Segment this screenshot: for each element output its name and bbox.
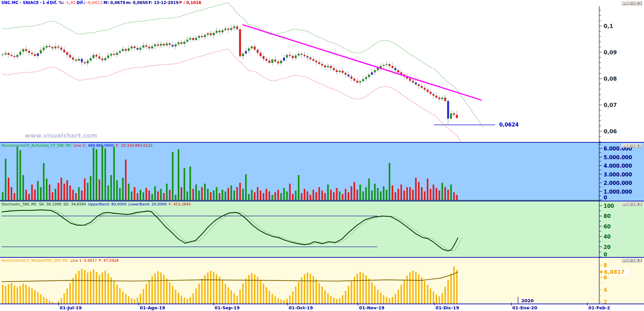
maximize-button[interactable]: □ bbox=[629, 202, 635, 206]
upper-envelope-line bbox=[3, 3, 483, 128]
price-axis-label: 0,1 bbox=[604, 23, 613, 29]
minimize-button[interactable]: ─ bbox=[622, 258, 628, 262]
close-button[interactable]: ✕ bbox=[635, 144, 642, 147]
close-button[interactable]: ✕ bbox=[635, 202, 642, 206]
year-label: 2020 bbox=[521, 298, 534, 303]
close-button[interactable]: ✕ bbox=[635, 258, 642, 262]
atr-header-segment: HerramientaCP_MediaATR5_SNC.MC bbox=[1, 258, 68, 263]
stochastic-panel-plot[interactable]: 100806040200 bbox=[0, 201, 644, 258]
atr-header-segment: P: 47,5928 bbox=[98, 258, 119, 263]
volume-panel-header: HerramientoCP_Actividad_CP_SNC.MC Line 2… bbox=[1, 143, 154, 148]
volume-header-segment: Line 2: bbox=[72, 143, 87, 148]
atr-panel-window-controls: ─□✕ bbox=[621, 258, 642, 262]
date-label: 01-Ago-19 bbox=[140, 305, 165, 310]
maximize-button[interactable]: □ bbox=[629, 1, 635, 5]
symbol-info-segment: M: 0,0679 bbox=[103, 0, 125, 5]
stochastic-panel-header: Stochastic_SNC.MC SK: 38,1990 SD: 34,656… bbox=[1, 202, 192, 207]
maximize-button[interactable]: □ bbox=[629, 258, 635, 262]
volume-panel-plot[interactable]: 6.000.0005.000.0004.000.0003.000.0002.00… bbox=[0, 142, 644, 201]
visualchart-window: SNC.MC - SNIACE -1 dDif. %:-1,81Dif.:-0,… bbox=[0, 0, 644, 311]
stoch-axis-label: 60 bbox=[604, 224, 611, 230]
date-label: 01-Ene-20 bbox=[512, 305, 537, 310]
stoch-header-segment: UpperBand: 80,0000 bbox=[87, 202, 127, 206]
atr-axis-label: 8 bbox=[604, 262, 607, 268]
volume-axis-label: 1.000.000 bbox=[604, 189, 632, 195]
price-chart-plot[interactable]: 0,10,090,080,070,06 bbox=[0, 5, 644, 143]
atr-axis-label: 4 bbox=[604, 287, 607, 293]
volume-panel-window-controls: ─□✕ bbox=[621, 143, 642, 148]
symbol-info-segment: m: 0,0650 bbox=[126, 0, 148, 5]
price-panel-window-controls: ─□✕ bbox=[621, 1, 642, 5]
stoch-axis-label: 0 bbox=[604, 252, 607, 258]
volume-axis-label: 5.000.000 bbox=[604, 154, 632, 161]
minimize-button[interactable]: ─ bbox=[622, 202, 628, 206]
support-price-label: 0,0624 bbox=[499, 122, 519, 128]
symbol-info-segment: SNC.MC - SNIACE - bbox=[1, 0, 42, 5]
volume-header-segment: 489.865,0000 bbox=[88, 143, 114, 148]
volume-axis-label: 4.000.000 bbox=[604, 163, 632, 169]
maximize-button[interactable]: □ bbox=[629, 144, 635, 147]
stoch-panel-background bbox=[0, 201, 644, 257]
volume-header-segment: 20.329.893,0111 bbox=[121, 143, 153, 148]
date-axis: 01-Jul-1901-Ago-1901-Sep-1901-Oct-1901-N… bbox=[0, 304, 644, 311]
atr-panel-plot[interactable]: 202086426,8817 bbox=[0, 258, 644, 304]
minimize-button[interactable]: ─ bbox=[622, 1, 628, 5]
symbol-info-bar: SNC.MC - SNIACE -1 dDif. %:-1,81Dif.:-0,… bbox=[1, 0, 202, 5]
date-label: 01-Feb-2 bbox=[588, 305, 610, 310]
watermark: www.visualchart.com bbox=[25, 132, 97, 139]
stoch-header-segment: SD: 34,6560 bbox=[62, 202, 86, 206]
panel-border bbox=[0, 142, 644, 143]
candles-layer bbox=[2, 24, 458, 125]
stoch-header-segment: P: 453,2845 bbox=[167, 202, 191, 206]
date-label: 01-Jul-19 bbox=[60, 305, 82, 310]
price-axis-label: 0,06 bbox=[604, 128, 617, 135]
price-axis-label: 0,08 bbox=[604, 76, 617, 82]
stoch-header-segment: SK: 38,1990 bbox=[38, 202, 61, 206]
stoch-panel-window-controls: ─□✕ bbox=[621, 202, 642, 206]
volume-header-segment: HerramientoCP_Actividad_CP_SNC.MC bbox=[1, 143, 72, 148]
symbol-info-segment: Dif.: bbox=[76, 0, 86, 5]
price-axis-label: 0,09 bbox=[604, 49, 617, 56]
atr-value-label: 6,8817 bbox=[604, 269, 625, 275]
date-label: 01-Nov-19 bbox=[359, 305, 384, 310]
stoch-axis-label: 80 bbox=[604, 213, 611, 219]
stoch-header-segment: LowerBand: 20,0000 bbox=[127, 202, 167, 206]
symbol-info-segment: -1,81 bbox=[65, 0, 76, 5]
volume-axis-label: 3.000.000 bbox=[604, 172, 632, 178]
stoch-header-segment: Stochastic_SNC.MC bbox=[1, 202, 37, 206]
stoch-axis-label: 40 bbox=[604, 234, 611, 240]
stoch-axis-label: 20 bbox=[604, 244, 611, 250]
volume-axis-label: 2.000.000 bbox=[604, 180, 632, 186]
minimize-button[interactable]: ─ bbox=[622, 144, 628, 147]
date-label: 01-Oct-19 bbox=[289, 305, 313, 310]
volume-header-segment: P: bbox=[115, 143, 120, 148]
symbol-info-segment: F: 13-12-2019 bbox=[149, 0, 179, 5]
symbol-info-segment: P : 0,1016 bbox=[179, 0, 201, 5]
atr-panel-header: HerramientaCP_MediaATR5_SNC.MC Line 1: 6… bbox=[1, 258, 120, 263]
date-label: 01-Dic-19 bbox=[436, 305, 459, 310]
close-button[interactable]: ✕ bbox=[635, 1, 642, 5]
atr-header-segment: Line 1: 6,8817 bbox=[69, 258, 97, 263]
date-label: 01-Sep-19 bbox=[215, 305, 239, 310]
stoch-axis-label: 100 bbox=[604, 203, 614, 209]
volume-axis-label: 0 bbox=[604, 195, 607, 201]
price-axis-label: 0,07 bbox=[604, 102, 617, 108]
atr-axis-label: 6 bbox=[604, 275, 607, 281]
symbol-info-segment: Dif. %: bbox=[50, 0, 64, 5]
symbol-info-segment: -0,0012 bbox=[86, 0, 103, 5]
symbol-info-segment: 1 d bbox=[42, 0, 49, 5]
